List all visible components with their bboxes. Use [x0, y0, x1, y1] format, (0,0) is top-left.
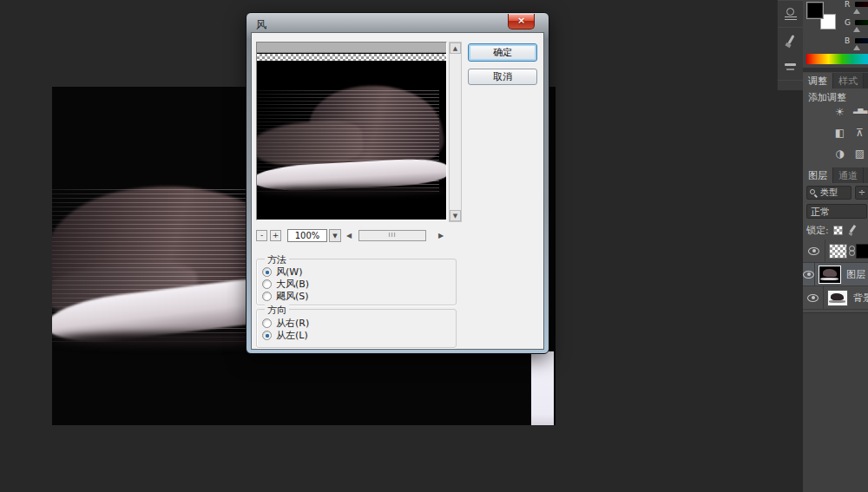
brush-presets-panel-button[interactable]	[778, 28, 804, 54]
brush-icon	[784, 35, 798, 47]
radio-option-from-left[interactable]: 从左(L)	[262, 330, 308, 341]
panel-divider	[803, 68, 868, 72]
blue-channel-slider[interactable]	[855, 38, 868, 43]
lock-pixels-icon[interactable]	[847, 225, 858, 235]
cancel-button[interactable]: 取消	[468, 69, 537, 85]
tool-preset-icon	[784, 61, 798, 73]
method-group-label: 方法	[265, 253, 289, 266]
blend-mode-dropdown[interactable]: 正常	[806, 204, 867, 219]
layers-tabs: 图层 通道 路径	[803, 167, 868, 183]
foreground-color-swatch[interactable]	[806, 2, 824, 19]
radio-label: 大风(B)	[276, 278, 309, 291]
color-spectrum-ramp[interactable]	[806, 54, 868, 64]
tab-channels[interactable]: 通道	[833, 167, 864, 183]
red-channel-slider[interactable]	[855, 2, 868, 7]
scroll-right-icon[interactable]: ▶	[438, 232, 444, 239]
layers-empty-area	[803, 312, 868, 492]
green-channel-slider[interactable]	[855, 20, 868, 25]
wind-filter-dialog: 风 × ▲ ▼ - + 100% ▼ ◀ III ▶ 确定 取消	[246, 12, 549, 354]
radio-icon[interactable]	[262, 279, 272, 289]
radio-selected-icon[interactable]	[262, 267, 272, 277]
tab-styles[interactable]: 样式	[833, 73, 864, 89]
radio-option-from-right[interactable]: 从右(R)	[262, 318, 309, 329]
levels-icon[interactable]: ▂▅▃	[853, 106, 866, 121]
curves-icon[interactable]: ◧	[833, 127, 846, 142]
preview-shoe-shadow	[257, 187, 444, 195]
zoom-in-button[interactable]: +	[270, 230, 281, 241]
radio-option-stagger[interactable]: 飓风(S)	[262, 291, 309, 302]
adjustments-tabs: 调整 样式	[803, 73, 868, 89]
color-balance-icon[interactable]: ⊼	[853, 127, 866, 142]
dialog-titlebar[interactable]: 风 ×	[247, 13, 549, 32]
scroll-left-icon[interactable]: ◀	[346, 232, 352, 239]
gradient-map-icon[interactable]: ▨	[853, 148, 866, 163]
red-channel-row: R	[845, 1, 868, 10]
horizontal-scroll-thumb[interactable]: III	[358, 230, 426, 241]
black-white-icon[interactable]: ◑	[833, 148, 846, 163]
layer-filter-row: 类型 ÷	[803, 184, 868, 201]
blue-channel-row: B	[845, 37, 868, 46]
tab-paths[interactable]: 路径	[864, 167, 868, 183]
scroll-up-icon[interactable]: ▲	[450, 43, 461, 54]
chain-link-icon	[849, 246, 854, 256]
lock-transparency-icon[interactable]	[833, 226, 843, 235]
layer-thumbnail-background[interactable]	[827, 290, 848, 306]
dock-divider	[778, 80, 803, 81]
adjustment-icons-row: ◑ ▨	[806, 148, 866, 163]
lock-row: 锁定:	[803, 222, 868, 238]
dialog-client-area: ▲ ▼ - + 100% ▼ ◀ III ▶ 确定 取消 方法 风(W) 大风(…	[251, 32, 544, 350]
layer-row-background[interactable]: 背景	[803, 286, 868, 310]
close-button[interactable]: ×	[508, 14, 535, 30]
radio-selected-icon[interactable]	[262, 331, 272, 340]
method-group: 方法 风(W) 大风(B) 飓风(S)	[256, 259, 457, 305]
layer-filter-type-dropdown[interactable]: 类型	[806, 186, 852, 200]
preview-pasteboard	[257, 43, 446, 53]
layer-list: 图层 1 背景	[803, 239, 868, 310]
radio-label: 从左(L)	[276, 329, 308, 342]
zoom-out-button[interactable]: -	[256, 230, 267, 241]
green-slider-thumb[interactable]	[853, 27, 860, 32]
filter-preview[interactable]	[256, 42, 447, 220]
blue-channel-label: B	[845, 36, 850, 45]
layer-row-mask[interactable]	[803, 239, 868, 263]
filter-type-label: 类型	[820, 187, 838, 199]
red-slider-thumb[interactable]	[853, 9, 860, 14]
blend-mode-row: 正常	[803, 203, 868, 220]
ok-button[interactable]: 确定	[468, 43, 537, 62]
radio-icon[interactable]	[262, 292, 272, 301]
clone-source-panel-button[interactable]	[778, 1, 804, 27]
tab-layers[interactable]: 图层	[803, 167, 833, 183]
preview-zoom-controls: - + 100% ▼ ◀ III ▶	[256, 229, 463, 242]
adjustment-icons-row: ◧ ⊼	[806, 127, 866, 142]
visibility-cell[interactable]	[803, 263, 815, 286]
tool-presets-panel-button[interactable]	[778, 54, 804, 80]
add-adjustment-label: 添加调整	[808, 91, 846, 104]
zoom-dropdown-button[interactable]: ▼	[329, 229, 341, 242]
layers-panel: 类型 ÷ 正常 锁定:	[803, 183, 868, 492]
radio-option-wind[interactable]: 风(W)	[262, 266, 302, 278]
direction-group: 方向 从右(R) 从左(L)	[256, 309, 457, 348]
eye-icon	[807, 294, 819, 302]
layer-mask-thumbnail[interactable]	[856, 244, 868, 259]
layer-thumbnail-shoe[interactable]	[819, 266, 841, 284]
blue-slider-thumb[interactable]	[853, 45, 860, 50]
tab-adjustments[interactable]: 调整	[803, 73, 833, 89]
layer-name: 图层 1	[846, 268, 868, 281]
brightness-contrast-icon[interactable]: ☀	[833, 106, 846, 121]
eye-icon	[808, 247, 819, 255]
visibility-cell[interactable]	[803, 239, 825, 263]
canvas-white-edge	[531, 351, 554, 425]
scroll-down-icon[interactable]: ▼	[450, 210, 461, 221]
direction-group-label: 方向	[265, 304, 289, 317]
zoom-percentage-field[interactable]: 100%	[287, 229, 327, 242]
radio-label: 飓风(S)	[276, 290, 309, 303]
filter-options-button[interactable]: ÷	[855, 186, 868, 200]
layer-thumbnail-transparent[interactable]	[829, 244, 847, 259]
red-channel-label: R	[845, 0, 850, 9]
radio-icon[interactable]	[262, 318, 272, 328]
adjustments-panel: 添加调整 ☀ ▂▅▃ ◧ ⊼ ◑ ▨	[803, 89, 868, 167]
visibility-cell[interactable]	[803, 286, 824, 310]
preview-vertical-scrollbar[interactable]: ▲ ▼	[449, 42, 462, 222]
radio-option-blast[interactable]: 大风(B)	[262, 279, 309, 290]
layer-row-selected[interactable]: 图层 1	[803, 263, 868, 286]
